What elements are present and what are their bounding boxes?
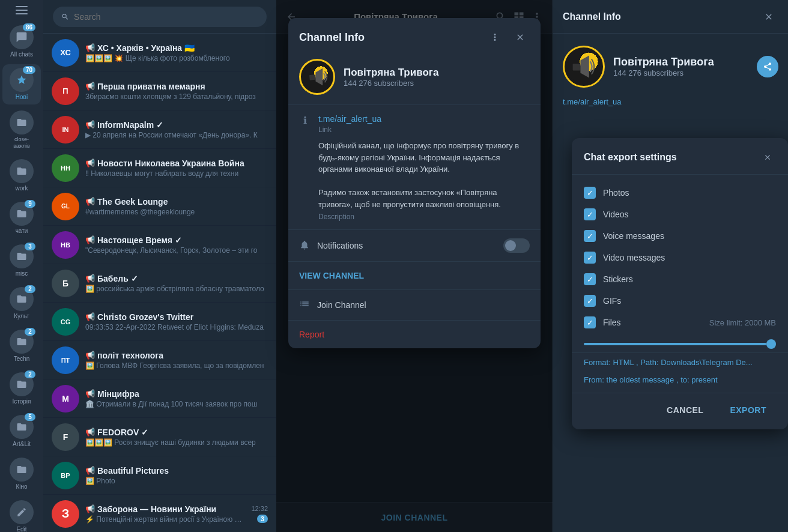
chat-name: політ технолога [97,351,163,360]
slider-thumb[interactable] [766,339,776,349]
modal-link-content: t.me/air_alert_ua Link Офіційний канал, … [318,113,530,221]
channel-icon: 📢 [85,466,95,475]
chat-item-zaborona[interactable]: З 📢 Заборона — Новини України ⚡ Потенцій… [43,495,276,532]
sidebar-menu-icon[interactable] [10,6,34,14]
channel-icon: 📢 [85,504,95,513]
sidebar-item-istoria[interactable]: 2 Історія [2,369,41,409]
avatar: IN [52,116,79,144]
chat-preview: Збираємо кошти хлопцям з 129 батальйону,… [85,92,268,101]
from-value[interactable]: the oldest message [607,375,674,384]
chat-item-polit[interactable]: ПТ 📢 політ технолога 🖼️ Голова МВФ Георг… [43,341,276,379]
sidebar-item-edit[interactable]: Edit [2,497,41,532]
sidebar-item-all-chats[interactable]: 86 All chats [2,22,41,62]
slider-fill [584,343,766,345]
chat-preview: 🖼️ Голова МВФ Георгієва заявила, що за п… [85,361,268,370]
chat-content: 📢 Beautiful Pictures 🖼️ Photo [85,466,268,485]
export-check-stickers: ✓ Stickers [584,268,776,290]
chat-item-persha[interactable]: П 📢 Перша приватна мемарня Збираємо кошт… [43,72,276,110]
export-slider-wrap [572,340,788,352]
chat-item-informnapalm[interactable]: IN 📢 InformNapalm ✓ ▶ 20 апреля на Росси… [43,110,276,149]
export-title: Chat export settings [584,152,677,163]
export-check-gifs: ✓ GIFs [584,290,776,312]
chat-content: 📢 Christo Grozev's Twitter 09:33:53 22-A… [85,312,268,331]
channel-info-panel-header: Channel Info [553,0,788,34]
chat-item-mintsifra[interactable]: М 📢 Мінцифра 🏛️ Отримали в Дії понад 100… [43,379,276,418]
sidebar-item-kino[interactable]: Кіно [2,454,41,494]
notifications-toggle[interactable] [503,238,530,253]
modal-channel-link[interactable]: t.me/air_alert_ua [318,114,381,124]
chat-item-xc[interactable]: ХС 📢 ХС • Харків • Україна 🇺🇦 🖼️🖼️🖼️ 💥 Щ… [43,34,276,72]
chat-item-babel[interactable]: Б 📢 Бабель ✓ 🖼️ российська армія обстріл… [43,264,276,303]
sidebar-item-misc[interactable]: 3 misc [2,241,41,281]
export-close-button[interactable] [759,149,776,166]
chat-preview: 🖼️ Photo [85,477,268,485]
share-button[interactable] [757,56,778,77]
channel-icon: 📢 [85,120,95,129]
sidebar-item-new[interactable]: 70 Нові [2,64,41,104]
sidebar-item-kult[interactable]: 2 Культ [2,283,41,324]
modal-link-section: ℹ t.me/air_alert_ua Link Офіційний канал… [288,105,541,230]
sidebar-item-techn[interactable]: 2 Techn [2,326,41,366]
path-value[interactable]: Downloads\Telegram De... [661,358,752,367]
chat-item-fedorov[interactable]: F 📢 FEDOROV ✓ 🖼️🖼️🖼️ Росія знищує наші б… [43,418,276,456]
sidebar-item-artlit[interactable]: 5 Art&Lit [2,411,41,452]
sidebar-item-close-important[interactable]: close-важлів [2,107,41,153]
export-checkboxes: ✓ Photos ✓ Videos ✓ Voice messages ✓ Vid… [572,175,788,340]
chat-preview: ‼️ Николаевцы могут набирать воду для те… [85,169,268,178]
chat-content: 📢 Перша приватна мемарня Збираємо кошти … [85,82,268,101]
chat-preview: 09:33:53 22-Apr-2022 Retweet of Eliot Hi… [85,323,268,331]
to-value[interactable]: present [691,375,717,384]
modal-report-row[interactable]: Report [288,321,541,348]
avatar: F [52,423,79,451]
chat-meta: 12:32 3 [251,505,268,523]
channel-link-text[interactable]: t.me/air_alert_ua [563,97,778,106]
files-checkbox[interactable]: ✓ [584,316,596,328]
sidebar-item-label-work: work [15,185,28,192]
chat-preview: 🖼️🖼️🖼️ 💥 Ще кілька фото розбомбленого [85,54,262,62]
voice-checkbox[interactable]: ✓ [584,230,596,242]
modal-header: Channel Info [288,18,541,54]
modal-close-button[interactable] [511,28,530,47]
avatar: Б [52,270,79,297]
misc-badge: 3 [25,243,35,250]
chat-list: ХС 📢 ХС • Харків • Україна 🇺🇦 🖼️🖼️🖼️ 💥 Щ… [43,34,276,532]
chat-content: 📢 FEDOROV ✓ 🖼️🖼️🖼️ Росія знищує наші буд… [85,428,268,447]
svg-rect-2 [16,13,28,14]
svg-rect-5 [309,74,316,80]
videos-checkbox[interactable]: ✓ [584,208,596,220]
sidebar-item-label-istoria: Історія [12,398,31,405]
gifs-checkbox[interactable]: ✓ [584,295,596,307]
sidebar-item-work[interactable]: work [2,156,41,196]
chat-preview: 🏛️ Отримали в Дії понад 100 тисяч заявок… [85,400,268,408]
istoria-badge: 2 [25,370,35,378]
sidebar-item-chats[interactable]: 9 чати [2,198,41,238]
export-actions: CANCEL EXPORT [572,393,788,429]
channel-info-modal-overlay[interactable]: Channel Info [276,0,553,532]
modal-description-label: Description [318,213,530,221]
export-button[interactable]: EXPORT [720,401,776,420]
chat-item-nastoyashchee[interactable]: НВ 📢 Настоящее Время ✓ "Северодонецк, Лы… [43,226,276,264]
channel-icon: 📢 [85,235,95,244]
channel-info-panel-content: Повітряна Тривога 144 276 subscribers t.… [553,34,788,123]
chat-name: ХС • Харків • Україна 🇺🇦 [97,43,195,53]
format-value[interactable]: HTML [613,358,634,367]
chat-name: Настоящее Время ✓ [97,235,182,245]
modal-dots-button[interactable] [485,28,505,47]
chat-item-beautiful-pictures[interactable]: BP 📢 Beautiful Pictures 🖼️ Photo [43,456,276,495]
stickers-checkbox[interactable]: ✓ [584,273,596,285]
export-slider[interactable] [584,343,776,345]
search-box[interactable] [53,7,267,27]
chat-item-christo[interactable]: CG 📢 Christo Grozev's Twitter 09:33:53 2… [43,303,276,341]
chat-name: Beautiful Pictures [97,466,169,476]
view-channel-button[interactable]: VIEW CHANNEL [299,271,364,280]
modal-join-row[interactable]: Join Channel [288,290,541,321]
search-input[interactable] [74,12,258,22]
photos-checkbox[interactable]: ✓ [584,187,596,199]
cancel-button[interactable]: CANCEL [657,401,713,420]
chat-item-geek-lounge[interactable]: GL 📢 The Geek Lounge #wartimememes @theg… [43,187,276,226]
video-msg-checkbox[interactable]: ✓ [584,252,596,264]
chat-item-novosti-nikolaev[interactable]: НН 📢 Новости Николаева Украина Война ‼️ … [43,149,276,187]
sidebar-item-label-close: close-важлів [13,136,30,150]
report-label: Report [299,330,324,339]
channel-info-close-button[interactable] [759,7,778,26]
